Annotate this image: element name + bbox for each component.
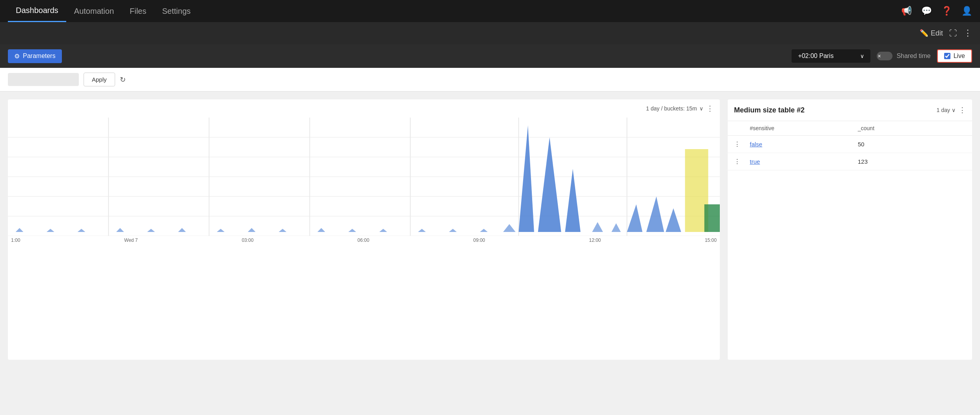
time-range-input[interactable] [8,73,79,86]
x-label-1: Wed 7 [124,237,138,243]
row-count-0: 50 [858,141,966,148]
chart-header: 1 day / buckets: 15m ∨ ⋮ [8,99,720,118]
nav-automation[interactable]: Automation [66,0,122,22]
more-options-button[interactable]: ⋮ [963,28,972,38]
refresh-icon[interactable]: ↻ [120,75,126,84]
parameters-button[interactable]: ⚙ Parameters [8,49,62,63]
shared-time-label: Shared time [896,52,930,60]
row-menu-1[interactable]: ⋮ [734,158,750,165]
chevron-down-icon: ∨ [860,53,864,59]
table-title: Medium size table #2 [734,106,933,114]
nav-items: Dashboards Automation Files Settings [8,0,901,22]
top-nav: Dashboards Automation Files Settings 📢 💬… [0,0,980,22]
svg-marker-27 [519,125,534,232]
apply-bar: Apply ↻ [0,68,980,92]
chevron-down-icon: ∨ [952,107,956,113]
svg-marker-35 [503,224,515,232]
row-menu-0[interactable]: ⋮ [734,140,750,148]
table-time-selector[interactable]: 1 day ∨ [937,107,956,113]
table-header: Medium size table #2 1 day ∨ ⋮ [728,99,972,121]
x-label-5: 12:00 [589,237,601,243]
chart-time-selector[interactable]: 1 day / buckets: 15m ∨ [646,105,703,112]
svg-marker-29 [565,169,580,232]
svg-marker-37 [611,223,621,232]
chat-icon[interactable]: 💬 [921,6,932,16]
svg-marker-31 [627,204,642,232]
nav-right: 📢 💬 ❓ 👤 [901,6,972,16]
fullscreen-button[interactable]: ⛶ [949,29,957,38]
svg-marker-14 [78,229,86,232]
row-count-1: 123 [858,158,966,165]
table-more-button[interactable]: ⋮ [959,106,966,114]
pencil-icon: ✏️ [920,29,928,37]
parameters-label: Parameters [23,52,56,60]
svg-marker-28 [538,137,561,232]
x-axis-labels: 1:00 Wed 7 03:00 06:00 09:00 12:00 15:00 [8,236,720,246]
table-time-label: 1 day [937,107,950,113]
svg-marker-12 [16,228,24,232]
row-key-0[interactable]: false [750,141,858,148]
table-row: ⋮ false 50 [728,136,972,153]
chart-svg [8,118,720,236]
live-button[interactable]: Live [937,49,972,63]
nav-dashboards[interactable]: Dashboards [8,0,66,22]
svg-marker-19 [248,228,256,232]
timezone-value: +02:00 Paris [798,52,833,60]
svg-marker-17 [178,228,186,232]
user-icon[interactable]: 👤 [961,6,972,16]
apply-button[interactable]: Apply [84,73,115,86]
edit-button[interactable]: ✏️ Edit [920,29,943,37]
svg-marker-24 [418,229,426,232]
table-col-headers: #sensitive _count [728,121,972,136]
gear-icon: ⚙ [14,52,20,60]
x-label-3: 06:00 [358,237,369,243]
svg-marker-26 [480,229,488,232]
col-sensitive-header: #sensitive [750,125,858,131]
shared-time-area: Shared time [877,52,930,60]
x-label-4: 09:00 [473,237,485,243]
x-label-6: 15:00 [705,237,717,243]
timezone-selector[interactable]: +02:00 Paris ∨ [792,49,870,63]
svg-marker-32 [647,196,664,232]
megaphone-icon[interactable]: 📢 [901,6,912,16]
svg-marker-18 [217,229,225,232]
chart-area [8,118,720,236]
chevron-down-icon: ∨ [699,105,703,112]
svg-marker-13 [47,229,54,232]
svg-rect-34 [704,204,720,232]
x-label-2: 03:00 [242,237,253,243]
nav-settings[interactable]: Settings [154,0,198,22]
svg-marker-21 [317,228,325,232]
params-bar: ⚙ Parameters +02:00 Paris ∨ Shared time … [0,44,980,68]
col-menu-spacer [734,125,750,131]
nav-files[interactable]: Files [122,0,154,22]
svg-marker-25 [449,229,457,232]
table-panel: Medium size table #2 1 day ∨ ⋮ #sensitiv… [728,99,972,360]
svg-marker-36 [592,222,603,232]
svg-marker-16 [147,229,155,232]
svg-marker-20 [279,229,287,232]
sub-nav: ✏️ Edit ⛶ ⋮ [0,22,980,44]
row-key-1[interactable]: true [750,158,858,165]
chart-panel: 1 day / buckets: 15m ∨ ⋮ [8,99,720,360]
svg-marker-22 [348,229,356,232]
table-row: ⋮ true 123 [728,153,972,170]
help-icon[interactable]: ❓ [941,6,952,16]
col-count-header: _count [858,125,966,131]
chart-more-button[interactable]: ⋮ [706,104,714,113]
main-content: 1 day / buckets: 15m ∨ ⋮ [0,92,980,368]
x-label-0: 1:00 [11,237,20,243]
svg-marker-23 [379,229,387,232]
live-checkbox[interactable] [944,53,950,59]
chart-time-label: 1 day / buckets: 15m [646,105,697,112]
live-label: Live [954,52,965,60]
svg-marker-33 [666,208,681,232]
edit-label: Edit [931,29,943,37]
shared-time-toggle[interactable] [877,52,892,60]
svg-marker-15 [116,228,124,232]
